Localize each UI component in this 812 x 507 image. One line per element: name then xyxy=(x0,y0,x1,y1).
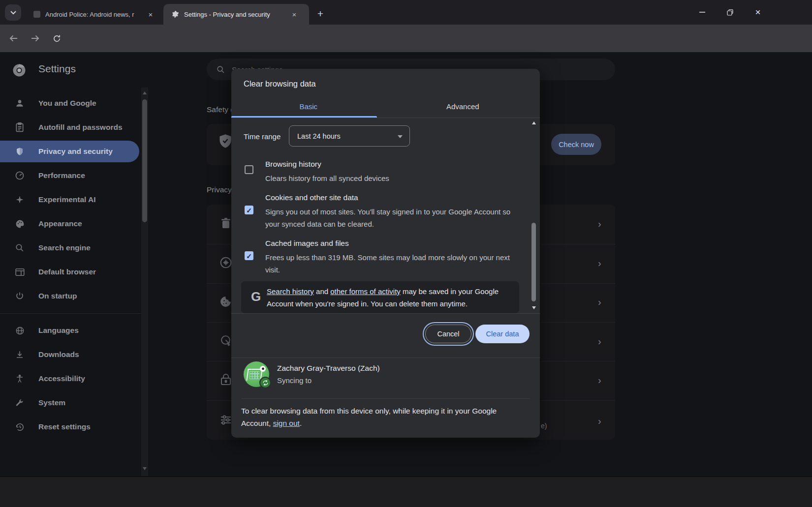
checkbox-label: Cookies and other site data xyxy=(265,193,358,202)
wrench-icon xyxy=(14,398,26,407)
dialog-title: Clear browsing data xyxy=(244,79,316,89)
search-history-link[interactable]: Search history xyxy=(267,287,314,296)
scroll-down-icon[interactable] xyxy=(532,306,536,309)
chevron-right-icon[interactable]: › xyxy=(598,218,601,230)
sidebar-item-you-and-google[interactable]: You and Google xyxy=(0,92,139,114)
chevron-right-icon[interactable]: › xyxy=(598,336,601,347)
sidebar-item-search-engine[interactable]: Search engine xyxy=(0,237,139,259)
search-icon xyxy=(217,65,225,74)
gear-icon xyxy=(171,10,179,18)
checkbox-cookies[interactable]: ✓ xyxy=(245,206,253,214)
footer-divider xyxy=(231,313,540,314)
other-activity-link[interactable]: other forms of activity xyxy=(330,287,401,296)
sidebar-item-system[interactable]: System xyxy=(0,392,139,414)
clipboard-icon xyxy=(14,122,26,132)
cancel-button[interactable]: Cancel xyxy=(425,325,471,343)
close-window-button[interactable]: × xyxy=(747,0,769,25)
chevron-right-icon[interactable]: › xyxy=(598,258,601,269)
sidebar-item-accessibility[interactable]: Accessibility xyxy=(0,368,139,389)
person-icon xyxy=(14,98,26,108)
privacy-guide-icon xyxy=(219,256,232,269)
reload-icon[interactable] xyxy=(49,31,64,46)
scrollbar-thumb[interactable] xyxy=(531,223,536,301)
new-tab-button[interactable]: + xyxy=(313,6,328,21)
chevron-right-icon[interactable]: › xyxy=(598,375,601,386)
history-icon xyxy=(14,422,26,432)
checkbox-label: Cached images and files xyxy=(265,239,349,248)
divider xyxy=(241,398,530,399)
back-icon[interactable] xyxy=(6,31,21,46)
chevron-down-icon xyxy=(398,135,403,138)
tab-settings[interactable]: Settings - Privacy and security × xyxy=(163,4,309,25)
sidebar-item-privacy-security[interactable]: Privacy and security xyxy=(0,141,139,162)
signout-footer-text: To clear browsing data from this device … xyxy=(241,405,517,429)
browser-window-icon xyxy=(14,268,26,276)
check-now-button[interactable]: Check now xyxy=(551,134,601,155)
shield-check-icon xyxy=(219,134,232,149)
sidebar-item-default-browser[interactable]: Default browser xyxy=(0,261,139,283)
dialog-scrollbar[interactable] xyxy=(531,119,537,313)
clear-data-button[interactable]: Clear data xyxy=(475,325,530,343)
notice-text: Search history and other forms of activi… xyxy=(267,286,515,310)
tab-favicon xyxy=(33,11,40,18)
tab-close-icon[interactable]: × xyxy=(146,10,155,19)
checkbox-cached-images[interactable]: ✓ xyxy=(245,251,253,260)
browser-titlebar: Android Police: Android news, r × Settin… xyxy=(0,0,812,25)
time-range-value: Last 24 hours xyxy=(297,132,341,140)
account-avatar xyxy=(244,361,269,387)
sidebar-item-autofill[interactable]: Autofill and passwords xyxy=(0,117,139,138)
sidebar-item-languages[interactable]: Languages xyxy=(0,320,139,341)
tab-android-police[interactable]: Android Police: Android news, r × xyxy=(28,4,161,25)
account-divider xyxy=(231,358,540,358)
tab-search-button[interactable] xyxy=(5,4,21,21)
checkbox-description: Signs you out of most sites. You'll stay… xyxy=(265,206,519,230)
sign-out-link[interactable]: sign out xyxy=(273,419,300,427)
desktop: Android Police: Android news, r × Settin… xyxy=(0,0,812,507)
ad-privacy-icon xyxy=(220,334,232,347)
speedometer-icon xyxy=(14,171,26,180)
sidebar-item-downloads[interactable]: Downloads xyxy=(0,344,139,365)
scrollbar-thumb[interactable] xyxy=(142,99,147,222)
minimize-button[interactable] xyxy=(691,0,714,25)
google-g-icon: G xyxy=(251,289,261,304)
sync-badge-icon xyxy=(259,377,271,388)
tab-title: Android Police: Android news, r xyxy=(45,11,146,18)
row-text-fragment: e) xyxy=(541,422,547,430)
sparkle-icon xyxy=(14,195,26,204)
lock-icon xyxy=(220,373,231,386)
google-account-notice: G Search history and other forms of acti… xyxy=(241,281,519,313)
scroll-up-icon[interactable] xyxy=(143,91,147,94)
sidebar-item-performance[interactable]: Performance xyxy=(0,165,139,186)
tab-advanced[interactable]: Advanced xyxy=(386,96,540,116)
time-range-select[interactable]: Last 24 hours xyxy=(289,125,410,147)
sidebar-item-on-startup[interactable]: On startup xyxy=(0,285,139,307)
sidebar-divider xyxy=(0,313,143,314)
tab-close-icon[interactable]: × xyxy=(290,10,299,19)
checkbox-browsing-history[interactable] xyxy=(245,165,253,174)
magnifier-icon xyxy=(14,243,26,252)
browser-toolbar: Chrome chrome://settings/clearBrowserDat… xyxy=(0,25,812,52)
tab-title: Settings - Privacy and security xyxy=(184,11,290,18)
chevron-right-icon[interactable]: › xyxy=(598,416,601,427)
scroll-down-icon[interactable] xyxy=(143,467,147,470)
restore-button[interactable] xyxy=(718,0,741,25)
chrome-settings-logo-icon xyxy=(12,63,27,78)
settings-title: Settings xyxy=(38,63,76,75)
checkbox-description: Frees up less than 319 MB. Some sites ma… xyxy=(265,251,519,276)
sidebar-item-reset-settings[interactable]: Reset settings xyxy=(0,416,139,438)
tab-basic[interactable]: Basic xyxy=(231,96,386,116)
time-range-label: Time range xyxy=(244,132,281,141)
chevron-right-icon[interactable]: › xyxy=(598,297,601,308)
sidebar-scrollbar[interactable] xyxy=(141,88,148,476)
cookie-icon xyxy=(219,296,232,308)
sidebar-item-appearance[interactable]: Appearance xyxy=(0,213,139,235)
sidebar-item-experimental-ai[interactable]: Experimental AI xyxy=(0,189,139,210)
accessibility-icon xyxy=(14,374,26,384)
clear-browsing-data-dialog: Clear browsing data Basic Advanced Time … xyxy=(231,69,540,438)
forward-icon[interactable] xyxy=(28,31,42,46)
trash-icon xyxy=(220,217,231,229)
globe-icon xyxy=(14,326,26,335)
download-icon xyxy=(14,350,26,359)
shield-icon xyxy=(14,147,26,156)
scroll-up-icon[interactable] xyxy=(532,121,536,124)
